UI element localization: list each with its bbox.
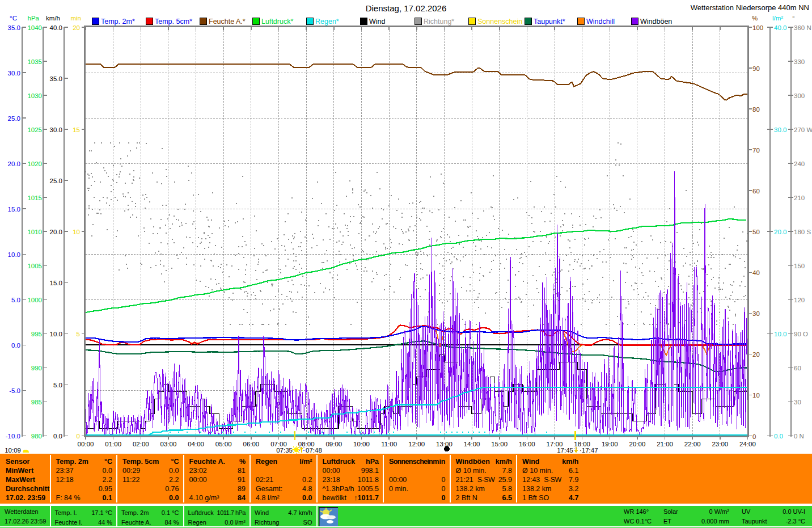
svg-text:-5.0: -5.0 (9, 387, 20, 394)
svg-text:23:00: 23:00 (712, 441, 728, 447)
svg-text:Temp. 5cm*: Temp. 5cm* (155, 18, 192, 26)
svg-text:Wetterstation Niedersorpe 440m: Wetterstation Niedersorpe 440m NN (691, 3, 809, 12)
svg-text:02:00: 02:00 (133, 441, 149, 447)
svg-text:25.0: 25.0 (8, 115, 20, 122)
svg-text:270 W: 270 W (794, 126, 812, 133)
svg-text:210: 210 (794, 195, 805, 201)
svg-text:°C: °C (10, 15, 17, 22)
svg-text:15:00: 15:00 (491, 441, 508, 447)
svg-text:300: 300 (794, 92, 805, 99)
svg-text:14:00: 14:00 (464, 441, 480, 447)
svg-text:19:00: 19:00 (602, 441, 618, 447)
svg-text:1040: 1040 (27, 24, 42, 31)
svg-text:12:00: 12:00 (408, 441, 425, 447)
svg-text:1010: 1010 (27, 229, 42, 235)
svg-text:40.0: 40.0 (774, 24, 786, 31)
svg-text:hPa: hPa (28, 15, 40, 22)
svg-text:24:00: 24:00 (739, 441, 756, 447)
svg-text:Luftdruck*: Luftdruck* (261, 18, 293, 26)
svg-text:06:00: 06:00 (243, 441, 259, 447)
svg-text:1030: 1030 (27, 92, 42, 99)
svg-text:Sonnenschein: Sonnenschein (477, 18, 522, 26)
svg-text:°: ° (792, 15, 795, 22)
svg-text:40: 40 (752, 269, 760, 276)
svg-text:20: 20 (73, 24, 80, 31)
svg-text:35.0: 35.0 (8, 24, 20, 31)
svg-text:min: min (70, 15, 81, 22)
svg-text:180 S: 180 S (794, 229, 811, 235)
svg-text:07:48: 07:48 (306, 447, 322, 454)
svg-text:30.0: 30.0 (50, 126, 62, 133)
svg-text:0: 0 (752, 433, 756, 440)
svg-text:90 O: 90 O (794, 331, 808, 337)
svg-text:150: 150 (794, 263, 805, 269)
svg-text:5.0: 5.0 (11, 297, 20, 303)
svg-text:25.0: 25.0 (50, 178, 62, 184)
svg-text:·17:47: ·17:47 (580, 447, 598, 454)
svg-text:13:00: 13:00 (436, 441, 452, 447)
svg-text:995: 995 (31, 331, 42, 337)
svg-text:Temp. 2m*: Temp. 2m* (101, 18, 135, 26)
svg-text:35.0: 35.0 (50, 75, 62, 82)
svg-text:15: 15 (73, 126, 80, 133)
svg-text:09:00: 09:00 (325, 441, 342, 447)
svg-text:Taupunkt*: Taupunkt* (534, 18, 565, 26)
svg-text:Richtung*: Richtung* (424, 18, 454, 26)
svg-text:00:00: 00:00 (78, 441, 94, 447)
svg-text:30.0: 30.0 (774, 126, 786, 133)
svg-text:15.0: 15.0 (8, 206, 20, 213)
svg-text:80: 80 (752, 106, 760, 113)
svg-text:Wind: Wind (369, 18, 386, 26)
svg-text:60: 60 (752, 188, 760, 195)
svg-text:11:00: 11:00 (381, 441, 397, 447)
svg-text:1005: 1005 (27, 263, 42, 269)
svg-text:Windchill: Windchill (586, 18, 615, 26)
svg-text:Windböen: Windböen (640, 18, 672, 26)
svg-text:30: 30 (752, 310, 760, 317)
svg-text:%: % (752, 15, 758, 22)
svg-text:0 N: 0 N (794, 433, 804, 440)
svg-text:10: 10 (752, 392, 760, 399)
svg-text:0.0: 0.0 (11, 342, 20, 349)
svg-text:l/m²: l/m² (772, 15, 783, 22)
svg-text:-10.0: -10.0 (6, 433, 20, 440)
svg-text:70: 70 (752, 147, 760, 154)
svg-text:985: 985 (31, 399, 42, 405)
svg-text:30: 30 (794, 399, 801, 405)
svg-text:50: 50 (752, 229, 760, 235)
svg-text:07:35: 07:35 (276, 447, 293, 454)
svg-text:10:09: 10:09 (5, 447, 21, 454)
svg-text:20.0: 20.0 (50, 229, 62, 235)
svg-text:990: 990 (31, 365, 42, 371)
svg-text:40.0: 40.0 (50, 24, 62, 31)
svg-text:360 N: 360 N (794, 24, 811, 31)
svg-text:240: 240 (794, 160, 805, 167)
svg-text:30.0: 30.0 (8, 70, 20, 77)
svg-text:90: 90 (752, 65, 760, 72)
svg-text:10: 10 (73, 229, 80, 235)
svg-text:1000: 1000 (27, 297, 42, 303)
svg-text:10.0: 10.0 (50, 331, 62, 337)
svg-text:03:00: 03:00 (160, 441, 177, 447)
svg-text:21:00: 21:00 (657, 441, 673, 447)
svg-text:330: 330 (794, 58, 805, 65)
svg-text:Feuchte A.*: Feuchte A.* (209, 18, 246, 26)
svg-text:100: 100 (752, 24, 763, 31)
svg-text:15.0: 15.0 (50, 280, 62, 286)
svg-text:0: 0 (77, 433, 80, 440)
svg-text:20.0: 20.0 (8, 160, 20, 167)
svg-text:1015: 1015 (27, 195, 42, 201)
svg-text:17:45: 17:45 (557, 447, 573, 454)
svg-text:5.0: 5.0 (53, 382, 62, 388)
svg-text:1025: 1025 (27, 126, 42, 133)
svg-text:60: 60 (794, 365, 801, 371)
svg-text:01:00: 01:00 (105, 441, 121, 447)
svg-text:0.0: 0.0 (774, 433, 783, 440)
svg-text:10.0: 10.0 (8, 251, 20, 258)
svg-text:20.0: 20.0 (774, 229, 786, 235)
svg-text:1035: 1035 (27, 58, 42, 65)
svg-text:04:00: 04:00 (188, 441, 204, 447)
svg-text:0.0: 0.0 (53, 433, 62, 440)
svg-text:Regen*: Regen* (315, 18, 339, 26)
svg-text:1020: 1020 (27, 160, 42, 167)
